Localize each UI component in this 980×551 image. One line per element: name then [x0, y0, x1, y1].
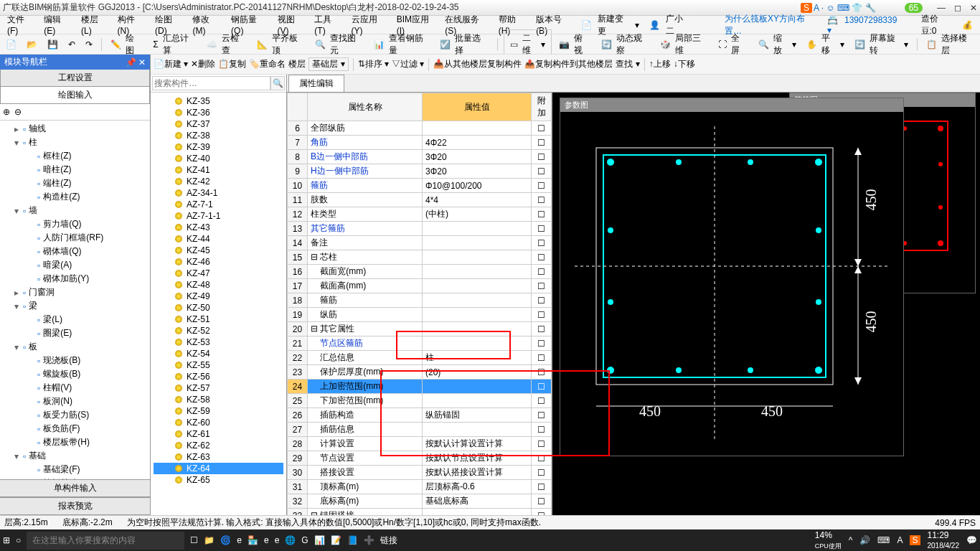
list-item[interactable]: KZ-35: [154, 95, 283, 107]
list-item[interactable]: KZ-36: [154, 107, 283, 118]
table-row[interactable]: 17 截面高(mm)☐: [288, 279, 552, 293]
table-row[interactable]: 20⊟ 其它属性☐: [288, 322, 552, 336]
tree-item[interactable]: ▸▫ 轴线: [1, 122, 149, 136]
tree-item[interactable]: ▾▫ 墙: [1, 204, 149, 217]
table-row[interactable]: 8B边一侧中部筋3Φ20☐: [288, 150, 552, 164]
search-input[interactable]: [152, 76, 270, 90]
list-item[interactable]: KZ-59: [154, 405, 283, 417]
tray-icon[interactable]: A: [897, 535, 903, 545]
find-button[interactable]: 查找 ▾: [616, 58, 639, 70]
list-item[interactable]: KZ-39: [154, 141, 283, 153]
table-row[interactable]: 18 箍筋☐: [288, 293, 552, 308]
tb-app-icon[interactable]: e: [264, 535, 269, 545]
tree-item[interactable]: ▸▫ 门窗洞: [1, 286, 149, 299]
tb-app-icon[interactable]: 📘: [347, 535, 358, 545]
menu-file[interactable]: 文件(F): [3, 12, 38, 37]
menu-edit[interactable]: 编辑(E): [39, 12, 75, 37]
tab-property-edit[interactable]: 属性编辑: [288, 75, 344, 92]
tree-item[interactable]: ▫ 暗柱(Z): [1, 163, 149, 176]
taskview-icon[interactable]: ☐: [190, 535, 198, 545]
table-row[interactable]: 11肢数4*4☐: [288, 193, 552, 207]
save-icon[interactable]: 💾: [44, 38, 61, 51]
tree-item[interactable]: ▫ 柱帽(V): [1, 381, 149, 395]
table-row[interactable]: 12柱类型(中柱)☐: [288, 207, 552, 222]
component-tree[interactable]: ▸▫ 轴线▾▫ 柱▫ 框柱(Z)▫ 暗柱(Z)▫ 端柱(Z)▫ 构造柱(Z)▾▫…: [0, 121, 150, 479]
tree-item[interactable]: ▫ 剪力墙(Q): [1, 217, 149, 231]
property-table[interactable]: 属性名称 属性值 附加 6全部纵筋☐7角筋4Φ22☐8B边一侧中部筋3Φ20☐9…: [287, 93, 552, 515]
list-item[interactable]: KZ-51: [154, 314, 283, 325]
notification-icon[interactable]: 💬: [966, 535, 977, 545]
list-item[interactable]: AZ-7-1: [154, 199, 283, 210]
list-item[interactable]: KZ-38: [154, 130, 283, 141]
filter-button[interactable]: ▽过滤 ▾: [392, 58, 424, 70]
undo-icon[interactable]: ↶: [65, 38, 78, 51]
tab-draw-input[interactable]: 绘图输入: [0, 87, 150, 104]
list-item[interactable]: KZ-49: [154, 291, 283, 302]
tree-item[interactable]: ▾▫ 梁: [1, 299, 149, 313]
list-item[interactable]: KZ-54: [154, 348, 283, 359]
tree-item[interactable]: ▫ 板负筋(F): [1, 422, 149, 435]
list-item[interactable]: KZ-48: [154, 279, 283, 291]
layer-dropdown[interactable]: 基础层 ▾: [308, 57, 348, 71]
tab-project-settings[interactable]: 工程设置: [0, 70, 150, 87]
delete-button[interactable]: ✕删除: [191, 58, 215, 70]
table-row[interactable]: 6全部纵筋☐: [288, 121, 552, 136]
list-item[interactable]: KZ-61: [154, 428, 283, 440]
close-icon[interactable]: ✕: [970, 3, 977, 13]
tree-item[interactable]: ▫ 端柱(Z): [1, 176, 149, 190]
tb-app-icon[interactable]: e: [237, 535, 242, 545]
list-item[interactable]: KZ-64: [154, 463, 283, 474]
clock[interactable]: 11:292018/4/22: [928, 530, 960, 550]
move-down-button[interactable]: ↓下移: [674, 58, 695, 70]
list-item[interactable]: KZ-63: [154, 451, 283, 463]
open-icon[interactable]: 📂: [24, 38, 40, 51]
tb-app-icon[interactable]: 🌀: [220, 535, 231, 545]
tb-app-icon[interactable]: 🏪: [248, 535, 258, 545]
list-item[interactable]: KZ-58: [154, 394, 283, 405]
table-row[interactable]: 30 搭接设置按默认搭接设置计算☐: [288, 466, 552, 480]
new-button[interactable]: 📄新建 ▾: [154, 58, 188, 70]
table-row[interactable]: 24 上加密范围(mm)☐: [288, 380, 552, 394]
tb-app-icon[interactable]: e: [275, 535, 280, 545]
redo-icon[interactable]: ↷: [83, 38, 95, 51]
collapse-icon[interactable]: ⊖: [14, 107, 22, 117]
list-item[interactable]: KZ-45: [154, 245, 283, 256]
tree-item[interactable]: ▫ 圈梁(E): [1, 326, 149, 340]
table-row[interactable]: 33⊟ 锚固搭接☐: [288, 509, 552, 516]
table-row[interactable]: 13其它箍筋☐: [288, 222, 552, 236]
list-item[interactable]: KZ-37: [154, 118, 283, 130]
list-item[interactable]: KZ-52: [154, 325, 283, 336]
table-row[interactable]: 22 汇总信息柱☐: [288, 351, 552, 365]
tree-item[interactable]: ▫ 梁(L): [1, 313, 149, 326]
new-icon[interactable]: 📄: [3, 38, 19, 51]
tab-single-input[interactable]: 单构件输入: [0, 479, 150, 497]
list-item[interactable]: KZ-57: [154, 382, 283, 394]
tree-item[interactable]: ▫ 楼层板带(H): [1, 435, 149, 449]
table-row[interactable]: 7角筋4Φ22☐: [288, 136, 552, 150]
tree-item[interactable]: ▫ 板洞(N): [1, 395, 149, 408]
list-item[interactable]: KZ-46: [154, 256, 283, 268]
list-item[interactable]: KZ-44: [154, 233, 283, 245]
menu-floor[interactable]: 楼层(L): [77, 12, 112, 37]
copy-to-button[interactable]: 📤复制构件到其他楼层: [524, 58, 613, 70]
table-row[interactable]: 29 节点设置按默认节点设置计算☐: [288, 451, 552, 466]
tb-link[interactable]: 链接: [380, 534, 397, 547]
list-item[interactable]: AZ-7-1-1: [154, 210, 283, 222]
list-item[interactable]: KZ-43: [154, 222, 283, 233]
table-row[interactable]: 28 计算设置按默认计算设置计算☐: [288, 437, 552, 451]
tree-item[interactable]: ▫ 人防门框墙(RF): [1, 231, 149, 245]
tree-item[interactable]: ▫ 板受力筋(S): [1, 408, 149, 422]
tree-item[interactable]: ▫ 暗梁(A): [1, 258, 149, 272]
cortana-icon[interactable]: ○: [16, 535, 21, 545]
tb-app-icon[interactable]: 🌐: [285, 535, 296, 545]
table-row[interactable]: 21 节点区箍筋☐: [288, 336, 552, 351]
tb-app-icon[interactable]: 📝: [331, 535, 341, 545]
sort-button[interactable]: ⇅排序 ▾: [358, 58, 389, 70]
kz-list[interactable]: KZ-35KZ-36KZ-37KZ-38KZ-39KZ-40KZ-41KZ-42…: [151, 93, 286, 515]
list-item[interactable]: KZ-50: [154, 302, 283, 314]
table-row[interactable]: 19 纵筋☐: [288, 308, 552, 322]
tree-item[interactable]: ▾▫ 板: [1, 340, 149, 354]
list-item[interactable]: AZ-34-1: [154, 187, 283, 199]
tree-item[interactable]: ▫ 框柱(Z): [1, 149, 149, 163]
table-row[interactable]: 31 顶标高(m)层顶标高-0.6☐: [288, 480, 552, 494]
